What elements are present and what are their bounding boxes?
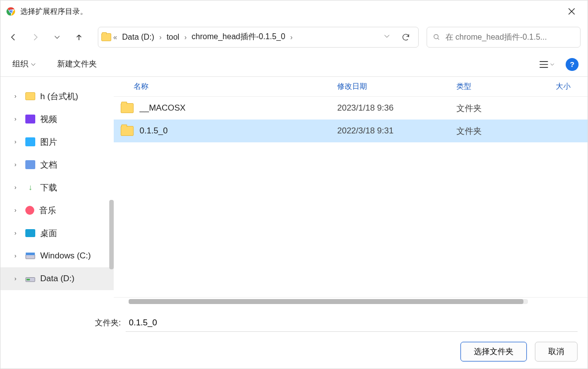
svg-rect-8 <box>27 279 30 280</box>
search-box[interactable] <box>427 27 581 48</box>
drive-icon <box>25 251 35 260</box>
svg-point-3 <box>10 10 12 13</box>
window-title: 选择扩展程序目录。 <box>20 7 87 16</box>
sidebar-item-label: h (台式机) <box>40 91 78 102</box>
svg-rect-5 <box>26 255 35 259</box>
sidebar-item-data-d[interactable]: ›Data (D:) <box>0 267 114 290</box>
sidebar-item-label: 视频 <box>40 114 57 125</box>
file-date: 2023/1/18 9:36 <box>337 103 456 113</box>
picture-icon <box>25 137 35 146</box>
breadcrumb-tool[interactable]: tool <box>163 31 182 44</box>
sidebar: ›h (台式机) ›视频 ›图片 ›文档 ›↓下载 ›音乐 ›桌面 ›Windo… <box>0 77 114 305</box>
view-mode-button[interactable] <box>537 59 557 70</box>
breadcrumb-overflow[interactable]: « <box>112 33 118 41</box>
sidebar-scrollbar[interactable] <box>109 200 114 269</box>
chevron-right-icon: › <box>14 252 20 259</box>
file-date: 2022/3/18 9:31 <box>337 126 456 136</box>
file-type: 文件夹 <box>456 125 556 137</box>
sidebar-item-pictures[interactable]: ›图片 <box>0 130 114 153</box>
download-icon: ↓ <box>25 183 35 192</box>
breadcrumb-current[interactable]: chrome_head插件-0.1.5_0 <box>189 30 289 44</box>
path-dropdown[interactable] <box>383 33 390 42</box>
folder-icon <box>121 126 134 136</box>
file-name: 0.1.5_0 <box>140 126 168 136</box>
chevron-right-icon: › <box>14 275 20 282</box>
search-icon <box>433 33 441 41</box>
toolbar: 组织 新建文件夹 ? <box>0 52 588 77</box>
help-button[interactable]: ? <box>566 58 579 71</box>
address-bar-row: « Data (D:) › tool › chrome_head插件-0.1.5… <box>0 22 588 52</box>
chevron-right-icon: › <box>289 33 294 41</box>
chevron-right-icon: › <box>183 33 188 41</box>
sidebar-item-desktop[interactable]: ›桌面 <box>0 222 114 245</box>
forward-button[interactable] <box>29 31 41 43</box>
dialog-footer: 文件夹: 选择文件夹 取消 <box>0 305 588 369</box>
sidebar-item-h-desktop[interactable]: ›h (台式机) <box>0 85 114 108</box>
sidebar-item-videos[interactable]: ›视频 <box>0 108 114 130</box>
sidebar-item-documents[interactable]: ›文档 <box>0 153 114 176</box>
breadcrumb-bar[interactable]: « Data (D:) › tool › chrome_head插件-0.1.5… <box>98 27 419 48</box>
folder-icon <box>101 33 111 41</box>
chevron-right-icon: › <box>14 161 20 168</box>
sidebar-item-label: Data (D:) <box>40 274 74 284</box>
chevron-right-icon: › <box>158 33 163 41</box>
column-size[interactable]: 大小 <box>556 82 588 91</box>
desktop-icon <box>25 229 35 237</box>
search-input[interactable] <box>445 33 574 42</box>
folder-icon <box>25 92 35 100</box>
title-bar: 选择扩展程序目录。 <box>0 0 588 22</box>
sidebar-item-downloads[interactable]: ›↓下载 <box>0 176 114 199</box>
chevron-right-icon: › <box>14 116 20 123</box>
chevron-right-icon: › <box>14 138 20 145</box>
video-icon <box>25 115 35 123</box>
file-type: 文件夹 <box>456 103 556 114</box>
sidebar-item-label: 桌面 <box>40 228 57 239</box>
column-type[interactable]: 类型 <box>456 82 556 91</box>
chevron-right-icon: › <box>14 230 20 237</box>
sidebar-item-label: Windows (C:) <box>40 251 91 261</box>
back-button[interactable] <box>7 31 19 43</box>
chrome-icon <box>6 7 15 16</box>
select-folder-button[interactable]: 选择文件夹 <box>460 342 527 362</box>
sidebar-item-label: 音乐 <box>39 205 56 216</box>
scrollbar-thumb[interactable] <box>129 299 523 304</box>
file-row[interactable]: 0.1.5_0 2022/3/18 9:31 文件夹 <box>114 120 588 142</box>
svg-rect-6 <box>26 252 35 255</box>
close-button[interactable] <box>562 0 582 22</box>
svg-point-4 <box>434 34 439 39</box>
folder-label: 文件夹: <box>95 318 121 328</box>
sidebar-item-label: 图片 <box>40 136 57 148</box>
recent-dropdown[interactable] <box>51 31 63 43</box>
sidebar-item-music[interactable]: ›音乐 <box>0 199 114 222</box>
chevron-right-icon: › <box>14 184 20 191</box>
file-row[interactable]: __MACOSX 2023/1/18 9:36 文件夹 <box>114 97 588 120</box>
folder-name-input[interactable] <box>126 314 578 332</box>
breadcrumb-data-d[interactable]: Data (D:) <box>119 31 157 44</box>
sidebar-item-label: 文档 <box>40 159 57 171</box>
sidebar-item-windows-c[interactable]: ›Windows (C:) <box>0 245 114 267</box>
drive-icon <box>25 274 35 283</box>
column-modified[interactable]: 修改日期 <box>337 82 456 91</box>
file-list: ⌃ 名称 修改日期 类型 大小 __MACOSX 2023/1/18 9:36 … <box>114 77 588 305</box>
folder-icon <box>121 103 134 113</box>
column-header-row: 名称 修改日期 类型 大小 <box>114 77 588 97</box>
new-folder-button[interactable]: 新建文件夹 <box>54 57 100 71</box>
up-button[interactable] <box>73 31 85 43</box>
column-name[interactable]: 名称 <box>114 82 337 91</box>
refresh-button[interactable] <box>401 33 410 42</box>
cancel-button[interactable]: 取消 <box>535 342 578 362</box>
chevron-right-icon: › <box>14 93 20 100</box>
horizontal-scrollbar[interactable] <box>129 299 528 304</box>
sidebar-item-label: 下载 <box>40 182 57 193</box>
organize-button[interactable]: 组织 <box>9 57 39 71</box>
music-icon <box>25 206 34 215</box>
document-icon <box>25 160 35 169</box>
body-area: ›h (台式机) ›视频 ›图片 ›文档 ›↓下载 ›音乐 ›桌面 ›Windo… <box>0 77 588 305</box>
file-name: __MACOSX <box>140 103 186 113</box>
chevron-right-icon: › <box>14 207 20 214</box>
